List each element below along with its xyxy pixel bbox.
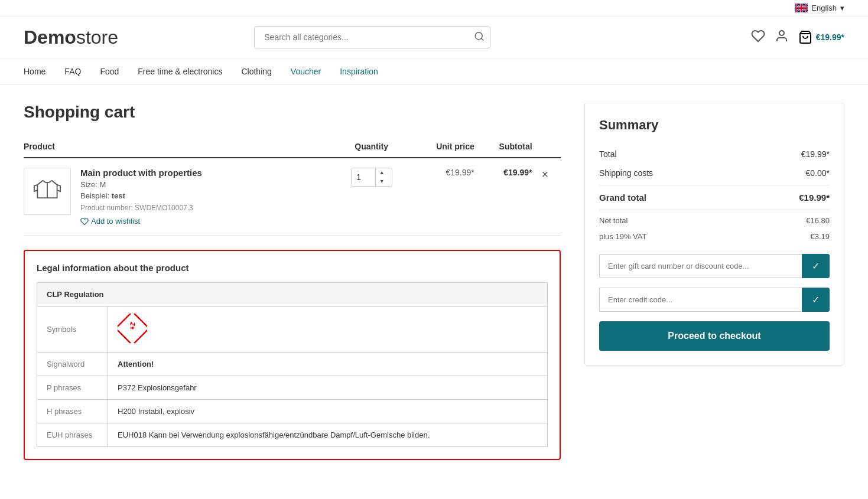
lang-label: English [811, 4, 837, 12]
gift-card-apply-button[interactable]: ✓ [802, 254, 830, 278]
credit-code-input[interactable] [599, 288, 802, 312]
total-value: €19.99* [801, 149, 830, 159]
svg-point-3 [779, 31, 784, 35]
vat-label: plus 19% VAT [599, 232, 646, 241]
cart-price: €19.99* [816, 32, 844, 42]
legal-row-signalword: Signalword Attention! [37, 353, 548, 376]
size-value: M [100, 180, 106, 189]
summary-grand-total-row: Grand total €19.99* [599, 185, 830, 210]
logo: Demostore [24, 27, 118, 48]
user-icon [775, 29, 789, 43]
account-icon-button[interactable] [775, 29, 789, 46]
example-label: Beispiel: [80, 191, 109, 200]
product-example: Beispiel: test [80, 191, 336, 200]
remove-item-button[interactable]: × [532, 168, 549, 181]
checkout-button[interactable]: Proceed to checkout [599, 321, 830, 351]
qty-down-button[interactable]: ▼ [376, 177, 388, 186]
col-subtotal: Subtotal [474, 136, 532, 158]
legal-value-p-phrases: P372 Explosionsgefahr [108, 376, 548, 400]
product-cell: Main product with properties Size: M Bei… [24, 168, 336, 226]
cart-button[interactable]: €19.99* [798, 30, 844, 44]
col-quantity: Quantity [336, 136, 408, 158]
nav-voucher[interactable]: Voucher [291, 67, 321, 76]
legal-row-symbols: Symbols [37, 306, 548, 353]
subtotal-value: €19.99* [503, 168, 532, 177]
net-value: €16.80 [806, 216, 830, 225]
nav-faq[interactable]: FAQ [64, 67, 81, 76]
legal-label-p-phrases: P phrases [37, 376, 108, 400]
cart-section: Shopping cart Product Quantity Unit pric… [24, 103, 561, 460]
grand-value: €19.99* [799, 193, 830, 203]
col-unit-price: Unit price [408, 136, 474, 158]
summary-net-row: Net total €16.80 [599, 213, 830, 229]
gift-card-input[interactable] [599, 254, 802, 278]
legal-table: CLP Regulation Symbols [37, 282, 548, 447]
legal-title: Legal information about the product [37, 263, 548, 273]
legal-value-symbols [108, 306, 548, 353]
summary-shipping-row: Shipping costs €0.00* [599, 164, 830, 182]
heart-icon [751, 29, 765, 43]
product-thumbnail [24, 168, 71, 215]
summary-box: Summary Total €19.99* Shipping costs €0.… [584, 103, 844, 366]
vat-value: €3.19 [810, 232, 830, 241]
quantity-input[interactable]: 1 [352, 169, 375, 185]
wishlist-link-label: Add to wishlist [91, 217, 140, 226]
page-title: Shopping cart [24, 103, 561, 122]
search-input[interactable] [254, 26, 490, 48]
nav-freetime[interactable]: Free time & electronics [138, 67, 222, 76]
unit-price-cell: €19.99* [408, 158, 474, 236]
legal-row-euh-phrases: EUH phrases EUH018 Kann bei Verwendung e… [37, 423, 548, 447]
clp-label: CLP Regulation [37, 283, 548, 306]
flame-hazard-icon [118, 314, 147, 343]
nav-home[interactable]: Home [24, 67, 45, 76]
nav-inspiration[interactable]: Inspiration [340, 67, 378, 76]
summary-panel: Summary Total €19.99* Shipping costs €0.… [584, 103, 844, 460]
product-image [33, 177, 61, 206]
cart-icon [798, 30, 812, 44]
add-to-wishlist-link[interactable]: Add to wishlist [80, 217, 336, 226]
quantity-stepper: 1 ▲ ▼ [351, 168, 392, 187]
legal-label-symbols: Symbols [37, 306, 108, 353]
product-info: Main product with properties Size: M Bei… [80, 168, 336, 226]
total-label: Total [599, 149, 617, 159]
clp-header-row: CLP Regulation [37, 283, 548, 306]
legal-information-box: Legal information about the product CLP … [24, 250, 561, 460]
header-icons: €19.99* [751, 29, 844, 46]
logo-bold: Demo [24, 27, 76, 48]
qty-arrows: ▲ ▼ [375, 168, 388, 186]
subtotal-cell: €19.99* [474, 158, 532, 236]
quantity-cell: 1 ▲ ▼ [336, 158, 408, 236]
summary-vat-row: plus 19% VAT €3.19 [599, 229, 830, 244]
legal-label-signalword: Signalword [37, 353, 108, 376]
qty-up-button[interactable]: ▲ [376, 168, 388, 177]
main-nav: Home FAQ Food Free time & electronics Cl… [0, 58, 868, 85]
chevron-down-icon: ▾ [840, 4, 844, 12]
remove-cell: × [532, 158, 561, 236]
wishlist-icon-button[interactable] [751, 29, 765, 46]
legal-value-h-phrases: H200 Instabil, explosiv [108, 400, 548, 423]
credit-code-apply-button[interactable]: ✓ [802, 288, 830, 312]
net-label: Net total [599, 216, 628, 225]
credit-code-input-group: ✓ [599, 288, 830, 312]
legal-value-signalword: Attention! [108, 353, 548, 376]
shipping-value: €0.00* [806, 168, 830, 178]
legal-label-h-phrases: H phrases [37, 400, 108, 423]
summary-title: Summary [599, 118, 830, 133]
heart-small-icon [80, 217, 89, 226]
language-selector[interactable]: English ▾ [795, 4, 844, 12]
nav-clothing[interactable]: Clothing [241, 67, 271, 76]
flag-icon [795, 4, 808, 12]
nav-food[interactable]: Food [100, 67, 119, 76]
search-icon [474, 31, 485, 42]
example-value: test [112, 191, 125, 200]
product-number: Product number: SWDEMO10007.3 [80, 204, 336, 212]
unit-price-value: €19.99* [446, 168, 474, 177]
product-name: Main product with properties [80, 168, 336, 178]
product-size: Size: M [80, 180, 336, 189]
legal-label-euh-phrases: EUH phrases [37, 423, 108, 447]
table-row: Main product with properties Size: M Bei… [24, 158, 561, 236]
col-product: Product [24, 136, 336, 158]
search-button[interactable] [474, 31, 485, 44]
legal-row-h-phrases: H phrases H200 Instabil, explosiv [37, 400, 548, 423]
size-label: Size: [80, 180, 97, 189]
